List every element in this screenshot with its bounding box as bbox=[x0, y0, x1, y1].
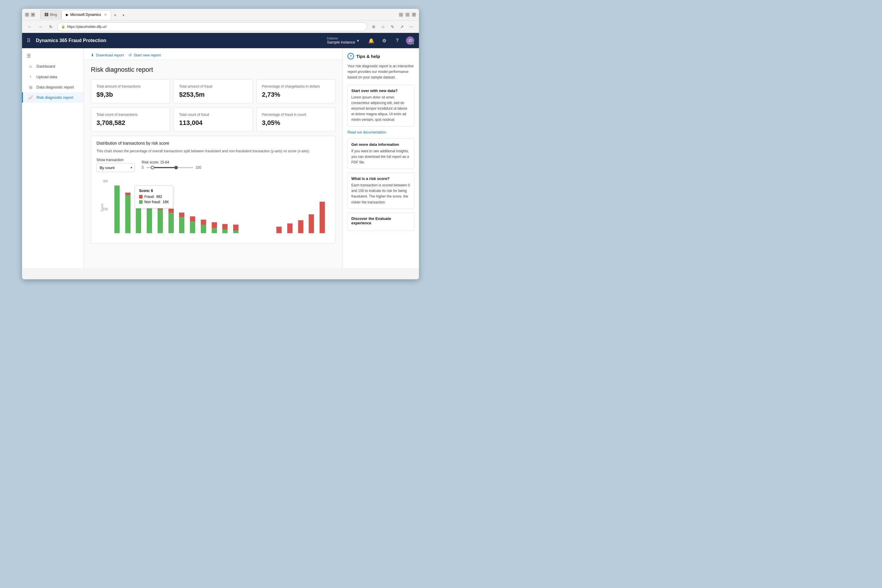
bar-group-gap2 bbox=[252, 179, 263, 233]
minimize-button[interactable]: — bbox=[399, 13, 403, 17]
refresh-button[interactable]: ↻ bbox=[47, 22, 55, 31]
avatar-initials: JD bbox=[408, 39, 412, 43]
bar-fraud-7 bbox=[190, 216, 195, 221]
transaction-type-dropdown[interactable]: By count By amount bbox=[96, 163, 135, 172]
bar-fraud-6 bbox=[179, 213, 184, 217]
tooltip-fraud-value: 892 bbox=[156, 195, 162, 199]
tips-section-start-over: Start over with new data? Lorem ipsum do… bbox=[348, 85, 414, 127]
new-tab-button[interactable]: + bbox=[111, 11, 119, 20]
sidebar-toggle[interactable]: ☰ bbox=[22, 51, 84, 61]
bar-fraud-h2 bbox=[287, 224, 292, 233]
waffle-icon[interactable]: ⠿ bbox=[27, 38, 31, 44]
sidebar-toggle-browser[interactable]: ≡ bbox=[25, 13, 29, 17]
split-view-icon[interactable]: ⊞ bbox=[369, 22, 378, 31]
close-button[interactable]: ✕ bbox=[412, 13, 416, 17]
tooltip-fraud-label: Fraud: bbox=[144, 195, 154, 199]
dynamics-favicon: ▶ bbox=[66, 13, 69, 17]
report-content: Risk diagnostic report Total amount of t… bbox=[84, 60, 342, 249]
instance-selector[interactable]: Instance Sample instance ▾ bbox=[327, 37, 359, 44]
chart-area: Count 30K 15K bbox=[96, 177, 330, 238]
metric-value-fraud-count: 113,004 bbox=[179, 119, 247, 127]
bar-group-high4 bbox=[306, 179, 317, 233]
bar-fraud-h3 bbox=[298, 220, 303, 233]
sidebar-label-dashboard: Dashboard bbox=[36, 64, 55, 69]
tab-dynamics[interactable]: ▶ Microsoft Dynamics ✕ bbox=[62, 10, 111, 20]
bar-nonfraud-3 bbox=[147, 205, 152, 233]
slider-fill bbox=[153, 167, 176, 168]
metric-card-fraud-pct: Percentage of fraud in count 3,05% bbox=[256, 108, 336, 132]
forward-button[interactable]: → bbox=[36, 22, 44, 31]
metric-card-total-amount: Total amount of transactions $9,3b bbox=[91, 80, 170, 104]
y-tick-mid: 15K bbox=[103, 208, 108, 211]
metric-label-fraud-pct: Percentage of fraud in count bbox=[262, 112, 330, 117]
slider-min-label: 0 bbox=[142, 165, 144, 170]
main-content: ⬇ Download report ↺ Start new report Ris… bbox=[84, 48, 342, 268]
avatar[interactable]: JD bbox=[406, 36, 414, 45]
metric-value-total-fraud-amount: $253,5m bbox=[179, 91, 247, 99]
chart-controls: Show transaction By count By amount Risk… bbox=[96, 158, 330, 172]
back-button[interactable]: ← bbox=[26, 22, 34, 31]
bar-fraud-8 bbox=[201, 220, 206, 225]
more-icon[interactable]: ⋯ bbox=[407, 22, 416, 31]
metric-card-chargebacks-pct: Percentage of chargebacks in dollars 2,7… bbox=[256, 80, 336, 104]
tooltip-nonfraud-label: Non fraud: bbox=[144, 200, 161, 204]
bar-fraud-10 bbox=[222, 224, 228, 230]
instance-name: Sample instance bbox=[327, 40, 355, 44]
header-icons: 🔔 ⚙ ? JD bbox=[367, 36, 414, 45]
maximize-button[interactable]: □ bbox=[405, 13, 410, 17]
bar-nonfraud-4 bbox=[158, 209, 163, 233]
browser-window: ≡ ⬅ 🅱 Bing ▶ Microsoft Dynamics ✕ + ▾ — … bbox=[22, 9, 419, 279]
start-new-report-button[interactable]: ↺ Start new report bbox=[129, 53, 161, 57]
instance-label: Instance bbox=[327, 37, 355, 40]
metric-label-total-count: Total count of transactions bbox=[96, 112, 164, 117]
address-bar[interactable]: 🔒 https://placeholder.dfp.url bbox=[57, 22, 367, 31]
tips-header: ? Tips & help bbox=[348, 53, 414, 59]
notification-icon[interactable]: 🔔 bbox=[367, 36, 375, 45]
download-icon: ⬇ bbox=[91, 53, 94, 57]
tab-bing[interactable]: 🅱 Bing bbox=[40, 10, 62, 20]
metric-card-total-fraud-amount: Total amount of fraud $253,5m bbox=[174, 80, 252, 104]
show-transaction-label: Show transaction bbox=[96, 158, 135, 162]
slider-thumb-left[interactable] bbox=[151, 166, 154, 170]
share-icon[interactable]: ↗ bbox=[398, 22, 406, 31]
metric-label-total-amount: Total amount of transactions bbox=[96, 84, 164, 88]
bar-group-high3 bbox=[296, 179, 306, 233]
download-report-button[interactable]: ⬇ Download report bbox=[91, 53, 124, 57]
tips-section-more-data: Get more data information If you want to… bbox=[348, 138, 414, 170]
metric-value-total-count: 3,708,582 bbox=[96, 119, 164, 127]
tab-bing-label: Bing bbox=[50, 13, 57, 17]
sidebar: ☰ ⌂ Dashboard ↑ Upload data ◎ Data diagn… bbox=[22, 48, 84, 268]
sidebar-item-upload[interactable]: ↑ Upload data bbox=[22, 72, 84, 82]
favorites-icon[interactable]: ☆ bbox=[379, 22, 387, 31]
metric-value-total-amount: $9,3b bbox=[96, 91, 164, 99]
tips-title: Tips & help bbox=[356, 54, 380, 59]
sidebar-item-dashboard[interactable]: ⌂ Dashboard bbox=[22, 61, 84, 72]
tabs-bar: 🅱 Bing ▶ Microsoft Dynamics ✕ + ▾ bbox=[40, 10, 397, 20]
tooltip-fraud-row: Fraud: 892 bbox=[139, 195, 169, 199]
sidebar-item-data-diagnostic[interactable]: ◎ Data diagnostic report bbox=[22, 82, 84, 92]
bar-nonfraud-7 bbox=[190, 221, 195, 233]
risk-diagnostic-icon: 📈 bbox=[28, 95, 33, 100]
collections-icon[interactable]: ✎ bbox=[388, 22, 397, 31]
tooltip-fraud-color bbox=[139, 195, 142, 198]
settings-icon[interactable]: ⚙ bbox=[380, 36, 388, 45]
slider-max-label: 100 bbox=[195, 165, 201, 170]
back-btn-area[interactable]: ⬅ bbox=[31, 13, 35, 17]
risk-score-label: Risk score: 15-84 bbox=[142, 160, 201, 164]
tab-close-icon[interactable]: ✕ bbox=[104, 13, 107, 17]
read-documentation-link[interactable]: Read our documentation bbox=[348, 130, 414, 134]
app-title: Dynamics 365 Fraud Protection bbox=[36, 38, 323, 43]
sidebar-item-risk-diagnostic[interactable]: 📈 Risk diagnostic report bbox=[22, 92, 84, 103]
dropdown-wrapper: By count By amount bbox=[96, 163, 135, 172]
risk-score-slider[interactable] bbox=[146, 167, 193, 168]
bar-group-6 bbox=[177, 179, 187, 233]
risk-score-control: Risk score: 15-84 0 100 bbox=[142, 160, 201, 170]
bar-group-11 bbox=[231, 179, 241, 233]
tab-dropdown[interactable]: ▾ bbox=[119, 11, 128, 20]
slider-container: 0 100 bbox=[142, 165, 201, 170]
bar-group-high1 bbox=[274, 179, 284, 233]
help-icon[interactable]: ? bbox=[393, 36, 401, 45]
bar-nonfraud-5 bbox=[168, 213, 174, 233]
slider-thumb-right[interactable] bbox=[174, 166, 178, 170]
tips-section-text-0: Lorem ipsum dolor sit amet, consectetur … bbox=[351, 94, 410, 123]
